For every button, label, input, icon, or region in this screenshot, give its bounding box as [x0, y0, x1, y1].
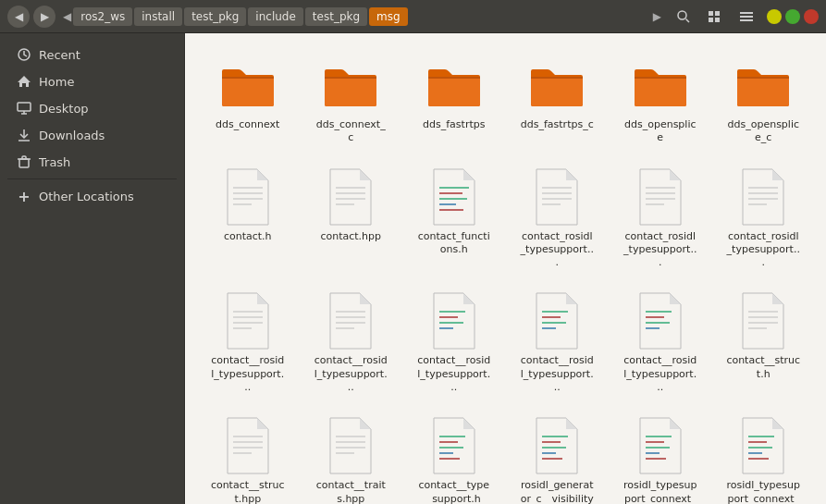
downloads-icon — [17, 128, 31, 142]
nav-forward-button[interactable]: ▶ — [33, 6, 55, 28]
nav-buttons: ◀ ▶ — [7, 6, 55, 28]
search-icon — [676, 9, 691, 24]
breadcrumb-msg[interactable]: msg — [369, 7, 408, 26]
document-icon — [218, 167, 277, 227]
sidebar-item-downloads-label: Downloads — [39, 129, 105, 142]
maximize-button[interactable] — [785, 9, 800, 24]
document-icon — [631, 167, 690, 227]
document-icon — [218, 416, 277, 475]
breadcrumb-test-pkg-2[interactable]: test_pkg — [305, 7, 367, 26]
sidebar-separator — [7, 178, 177, 179]
sidebar-item-other-locations[interactable]: + Other Locations — [4, 183, 180, 209]
recent-icon — [17, 47, 31, 62]
list-item[interactable]: rosidl_typesupport_connext_cp... — [612, 409, 709, 504]
document-icon — [734, 167, 793, 227]
list-item[interactable]: contact.h — [200, 160, 296, 277]
sidebar-item-desktop-label: Desktop — [39, 102, 89, 116]
hamburger-icon — [739, 9, 754, 24]
svg-rect-20 — [325, 77, 376, 79]
breadcrumb-more-right[interactable]: ▶ — [651, 10, 663, 23]
svg-rect-8 — [740, 19, 753, 21]
svg-rect-21 — [428, 77, 480, 79]
file-label: contact__struct.h — [726, 354, 800, 381]
sidebar-item-trash[interactable]: Trash — [4, 149, 180, 175]
list-item[interactable]: contact_rosidl_typesupport... — [510, 160, 606, 277]
document-icon — [321, 416, 380, 475]
breadcrumb-more-left[interactable]: ◀ — [61, 10, 73, 23]
list-item[interactable]: contact_rosidl_typesupport... — [612, 160, 709, 277]
document-icon — [527, 416, 586, 475]
other-locations-icon: + — [17, 189, 31, 203]
sidebar-item-trash-label: Trash — [39, 155, 70, 169]
file-label: dds_fastrtps_c — [521, 118, 594, 131]
svg-rect-16 — [19, 159, 29, 167]
sidebar-item-home-label: Home — [39, 75, 74, 89]
list-item[interactable]: dds_fastrtps_c — [510, 48, 606, 153]
sidebar-item-home[interactable]: Home — [4, 68, 180, 94]
trash-icon — [17, 154, 31, 169]
breadcrumb-install[interactable]: install — [134, 7, 182, 26]
svg-rect-5 — [715, 18, 720, 22]
file-label: contact.hpp — [320, 230, 381, 243]
list-item[interactable]: contact__rosidl_typesupport... — [406, 284, 502, 401]
sidebar-item-downloads[interactable]: Downloads — [4, 122, 180, 148]
svg-point-0 — [678, 11, 686, 19]
view-icon — [708, 9, 722, 24]
list-item[interactable]: contact__struct.hpp — [200, 409, 296, 504]
list-item[interactable]: contact__type_support.h — [406, 409, 502, 504]
minimize-button[interactable] — [767, 9, 782, 24]
file-label: contact.h — [224, 230, 272, 243]
home-icon — [17, 74, 31, 89]
file-label: contact__rosidl_typesupport... — [211, 354, 285, 394]
menu-button[interactable] — [734, 4, 759, 30]
file-label: contact__type_support.h — [417, 479, 491, 504]
svg-rect-2 — [709, 11, 713, 16]
file-label: contact__struct.hpp — [211, 479, 285, 504]
breadcrumb-include[interactable]: include — [248, 7, 302, 26]
file-label: dds_connext — [216, 118, 279, 131]
file-label: contact__rosidl_typesupport... — [417, 354, 491, 394]
file-label: dds_opensplice — [623, 118, 697, 145]
view-toggle-button[interactable] — [702, 4, 728, 30]
file-label: contact_rosidl_typesupport... — [726, 230, 800, 270]
list-item[interactable]: dds_opensplice — [612, 48, 709, 153]
sidebar-item-recent[interactable]: Recent — [4, 42, 180, 68]
list-item[interactable]: contact__rosidl_typesupport... — [510, 284, 606, 401]
svg-rect-19 — [222, 77, 274, 79]
list-item[interactable]: contact__rosidl_typesupport... — [200, 284, 296, 401]
svg-rect-11 — [18, 103, 31, 111]
document-icon — [425, 167, 484, 227]
list-item[interactable]: contact.hpp — [303, 160, 400, 277]
file-label: dds_fastrtps — [423, 118, 485, 131]
list-item[interactable]: dds_connext — [200, 48, 296, 153]
sidebar-item-desktop[interactable]: Desktop — [4, 95, 180, 121]
folder-icon — [631, 55, 690, 115]
list-item[interactable]: contact__struct.h — [716, 284, 812, 401]
document-icon — [527, 291, 586, 350]
desktop-icon — [17, 101, 31, 116]
file-label: contact__rosidl_typesupport... — [623, 354, 697, 394]
list-item[interactable]: rosidl_typesupport_connext_c... — [716, 409, 812, 504]
file-area: dds_connext dds_connext_c — [185, 33, 826, 504]
list-item[interactable]: dds_connext_c — [303, 48, 400, 153]
search-button[interactable] — [671, 4, 697, 30]
list-item[interactable]: rosidl_generator_c__visibility_co... — [510, 409, 606, 504]
list-item[interactable]: dds_fastrtps — [406, 48, 502, 153]
svg-rect-3 — [715, 11, 720, 16]
list-item[interactable]: contact__traits.hpp — [303, 409, 400, 504]
document-icon — [734, 416, 793, 475]
list-item[interactable]: contact_rosidl_typesupport... — [716, 160, 812, 277]
close-button[interactable] — [804, 9, 819, 24]
file-label: contact_functions.h — [417, 230, 491, 257]
list-item[interactable]: dds_opensplice_c — [716, 48, 812, 153]
list-item[interactable]: contact__rosidl_typesupport... — [612, 284, 709, 401]
document-icon — [425, 416, 484, 475]
sidebar-item-other-locations-label: Other Locations — [39, 190, 134, 203]
breadcrumb-ros2-ws[interactable]: ros2_ws — [73, 7, 132, 26]
file-label: dds_opensplice_c — [726, 118, 800, 145]
folder-icon — [321, 55, 380, 115]
list-item[interactable]: contact__rosidl_typesupport... — [303, 284, 400, 401]
nav-back-button[interactable]: ◀ — [7, 6, 30, 28]
breadcrumb-test-pkg-1[interactable]: test_pkg — [184, 7, 246, 26]
list-item[interactable]: contact_functions.h — [406, 160, 502, 277]
